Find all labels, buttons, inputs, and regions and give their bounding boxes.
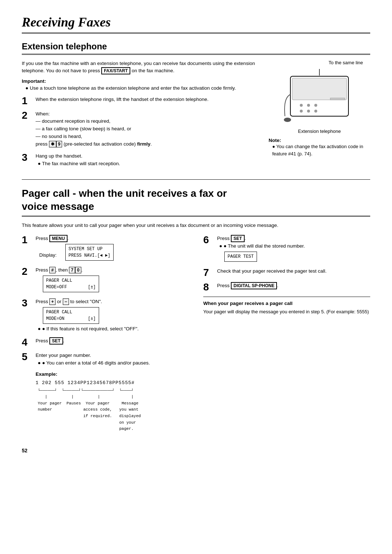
svg-point-7 — [314, 110, 317, 113]
display-step2: PAGER CALLMODE=OFF [±] — [43, 276, 99, 292]
phone-illustration: Extension telephone — [269, 69, 370, 134]
extension-step-3: 3 Hang up the handset. The fax machine w… — [22, 152, 258, 168]
minus-key: − — [63, 298, 69, 305]
display-step3: PAGER CALLMODE=ON [±] — [43, 307, 99, 324]
extension-section-heading: Extension telephone — [22, 41, 370, 55]
pager-intro: This feature allows your unit to call yo… — [22, 222, 370, 229]
zero-key: 0 — [75, 267, 81, 273]
when-pager-text: Your pager will display the message you … — [203, 308, 370, 315]
seven-key: 7 — [69, 267, 75, 273]
svg-point-4 — [314, 104, 317, 107]
svg-point-5 — [300, 110, 303, 113]
important-bullet: ● Use a touch tone telephone as the exte… — [22, 85, 258, 91]
phone-svg — [283, 69, 356, 127]
when-pager-box: When your pager receives a pager call Yo… — [203, 297, 370, 315]
svg-rect-1 — [292, 78, 347, 100]
hash-key: # — [49, 267, 56, 273]
extension-steps: 1 When the extension telephone rings, li… — [22, 96, 258, 168]
page-title: Receiving Faxes — [22, 15, 370, 33]
phone-caption: Extension telephone — [269, 129, 370, 134]
fax-start-key: FAX/START — [101, 67, 130, 74]
pager-steps-right: 6 Press SET. ● The unit will dial the st… — [203, 235, 370, 292]
phone-caption-top: To the same line — [269, 60, 370, 65]
svg-point-9 — [284, 118, 291, 122]
plus-key: + — [49, 298, 56, 305]
pager-section-heading: Pager call - when the unit receives a fa… — [22, 187, 370, 217]
pager-steps-container: 1 Press MENU. Display: SYSTEM SET UPPRES… — [22, 235, 370, 437]
set-key-4: SET — [49, 337, 63, 345]
section-divider — [22, 179, 370, 180]
nine-key: 9 — [56, 141, 62, 147]
svg-point-2 — [300, 104, 303, 107]
when-pager-title: When your pager receives a pager call — [203, 301, 370, 306]
pager-step-8: 8 Press DIGITAL SP-PHONE. — [203, 282, 370, 292]
note-box: Note: ● You can change the fax activatio… — [269, 138, 370, 157]
pager-step-4: 4 Press SET. — [22, 337, 189, 347]
pager-step-5: 5 Enter your pager number. ● You can ent… — [22, 352, 189, 432]
pager-step-2: 2 Press #, then 70. PAGER CALLMODE=OFF [… — [22, 266, 189, 294]
pager-step-6: 6 Press SET. ● The unit will dial the st… — [203, 235, 370, 263]
pager-step-7: 7 Check that your pager received the pag… — [203, 268, 370, 278]
pager-right-col: 6 Press SET. ● The unit will dial the st… — [203, 235, 370, 437]
extension-intro: If you use the fax machine with an exten… — [22, 60, 258, 75]
example-diagram: └──────┘ └──────┘└────────────┘ └────┘ |… — [38, 388, 189, 432]
svg-rect-8 — [330, 98, 345, 100]
pager-step-3: 3 Press + or − to select "ON". PAGER CAL… — [22, 298, 189, 333]
svg-point-6 — [307, 110, 310, 113]
star-key: ✱ — [49, 141, 56, 147]
pager-section: Pager call - when the unit receives a fa… — [22, 187, 370, 437]
pager-steps-left: 1 Press MENU. Display: SYSTEM SET UPPRES… — [22, 235, 189, 432]
pager-left-col: 1 Press MENU. Display: SYSTEM SET UPPRES… — [22, 235, 189, 437]
example-section: Example: 1 202 555 1234PP12345678PP5555#… — [36, 371, 189, 432]
pager-step-1: 1 Press MENU. Display: SYSTEM SET UPPRES… — [22, 235, 189, 262]
display-step6: PAGER TEST — [224, 252, 257, 262]
important-label: Important: — [22, 78, 258, 84]
menu-key: MENU — [49, 235, 67, 242]
svg-point-3 — [307, 104, 310, 107]
digital-sp-phone-key: DIGITAL SP-PHONE — [231, 282, 277, 289]
page-number: 52 — [22, 448, 370, 453]
set-key-6: SET — [231, 235, 244, 242]
extension-step-1: 1 When the extension telephone rings, li… — [22, 96, 258, 106]
extension-step-2: 2 When: — document reception is required… — [22, 110, 258, 148]
display-step1: SYSTEM SET UPPRESS NAVI.[◄ ►] — [65, 244, 114, 261]
